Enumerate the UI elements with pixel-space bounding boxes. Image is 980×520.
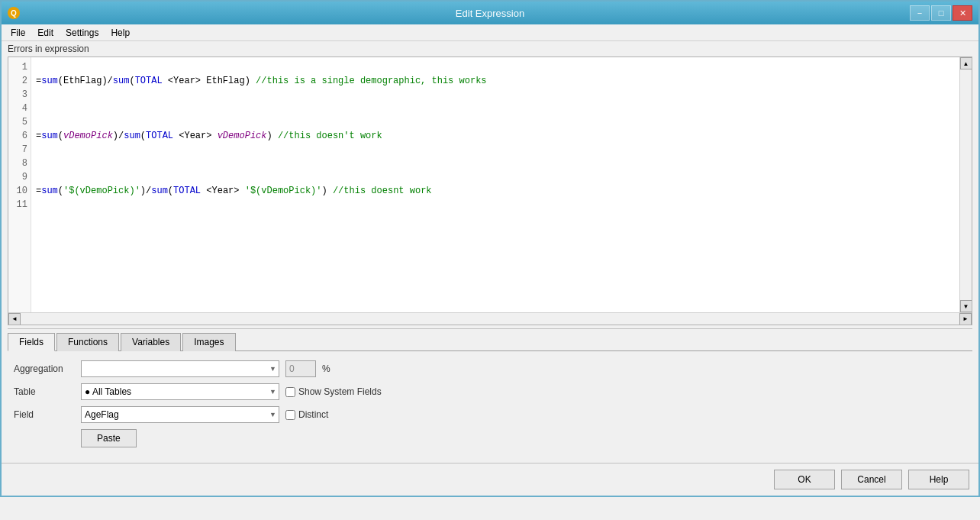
vertical-scrollbar[interactable]: ▲ ▼ [959, 57, 972, 312]
code-line-1: =sum(EthFlag)/sum(TOTAL <Year> EthFlag) … [36, 74, 967, 88]
aggregation-row: Aggregation % [14, 360, 966, 377]
field-select[interactable]: AgeFlag [81, 406, 279, 423]
code-line-9 [36, 294, 967, 308]
error-text: Errors in expression [8, 44, 89, 54]
field-select-wrapper: AgeFlag [81, 406, 279, 423]
code-line-5: =sum('$(vDemoPick)')/sum(TOTAL <Year> '$… [36, 184, 967, 198]
fields-content: Aggregation % Table ● All Tables [8, 357, 972, 457]
window-controls: − □ ✕ [910, 5, 972, 21]
table-select-wrapper: ● All Tables [81, 383, 279, 400]
code-line-2 [36, 102, 967, 115]
distinct-label: Distinct [298, 409, 328, 420]
menu-help[interactable]: Help [105, 26, 136, 40]
aggregation-select-wrapper [81, 360, 279, 377]
paste-button[interactable]: Paste [81, 429, 137, 447]
tabs: Fields Functions Variables Images [8, 329, 972, 351]
aggregation-label: Aggregation [14, 363, 75, 374]
window-title: Edit Expression [456, 8, 524, 19]
title-bar: Q Edit Expression − □ ✕ [2, 2, 978, 24]
maximize-button[interactable]: □ [931, 5, 951, 21]
error-bar: Errors in expression [2, 41, 978, 57]
aggregation-select[interactable] [81, 360, 279, 377]
title-bar-left: Q [8, 7, 20, 19]
paste-row: Paste [14, 429, 966, 447]
bottom-panel: Fields Functions Variables Images Aggreg… [8, 328, 972, 463]
tab-images[interactable]: Images [182, 333, 235, 351]
tab-functions[interactable]: Functions [56, 333, 119, 351]
menu-edit[interactable]: Edit [31, 26, 60, 40]
scroll-track-v[interactable] [961, 69, 972, 300]
distinct-checkbox[interactable] [285, 410, 295, 420]
field-label: Field [14, 409, 75, 420]
menu-file[interactable]: File [5, 26, 31, 40]
code-editor[interactable]: 1 2 3 4 5 6 7 8 9 10 11 =sum(EthFlag)/su… [8, 57, 972, 325]
menu-settings[interactable]: Settings [60, 26, 105, 40]
code-content[interactable]: =sum(EthFlag)/sum(TOTAL <Year> EthFlag) … [31, 57, 972, 312]
table-row: Table ● All Tables Show System Fields [14, 383, 966, 400]
scroll-track-h[interactable] [21, 314, 959, 325]
table-select[interactable]: ● All Tables [81, 383, 279, 400]
code-line-4 [36, 157, 967, 170]
distinct-row: Distinct [285, 409, 328, 420]
code-line-6 [36, 212, 967, 225]
scroll-left-arrow[interactable]: ◄ [8, 313, 21, 325]
ok-button[interactable]: OK [774, 470, 835, 489]
cancel-button[interactable]: Cancel [841, 470, 902, 489]
menu-bar: File Edit Settings Help [2, 24, 978, 41]
show-system-fields-label: Show System Fields [298, 386, 382, 397]
code-line-7 [36, 239, 967, 253]
scroll-right-arrow[interactable]: ► [959, 313, 972, 325]
scroll-down-arrow[interactable]: ▼ [960, 300, 972, 312]
field-row: Field AgeFlag Distinct [14, 406, 966, 423]
scroll-up-arrow[interactable]: ▲ [960, 57, 972, 69]
code-line-8 [36, 266, 967, 280]
show-system-fields-row: Show System Fields [285, 386, 382, 397]
percent-symbol: % [322, 363, 330, 374]
minimize-button[interactable]: − [910, 5, 930, 21]
table-label: Table [14, 386, 75, 397]
code-line-3: =sum(vDemoPick)/sum(TOTAL <Year> vDemoPi… [36, 129, 967, 143]
horizontal-scrollbar[interactable]: ◄ ► [8, 312, 972, 325]
line-numbers: 1 2 3 4 5 6 7 8 9 10 11 [8, 57, 31, 312]
percent-input[interactable] [285, 360, 316, 377]
footer: OK Cancel Help [2, 463, 978, 496]
tab-fields[interactable]: Fields [8, 333, 55, 351]
app-icon: Q [8, 7, 20, 19]
tab-variables[interactable]: Variables [121, 333, 181, 351]
close-button[interactable]: ✕ [953, 5, 972, 21]
show-system-fields-checkbox[interactable] [285, 387, 295, 397]
help-button[interactable]: Help [908, 470, 969, 489]
